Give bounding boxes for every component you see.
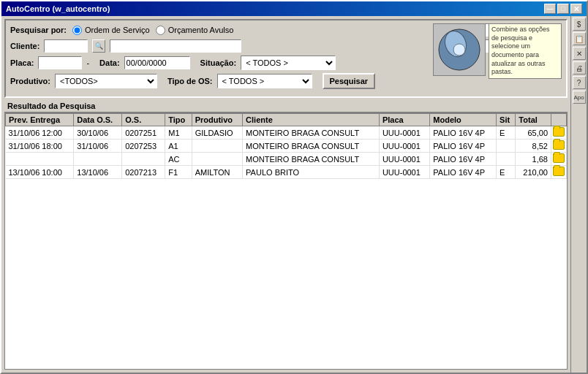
orcamento-avulso-label: Orçamento Avulso [168, 26, 234, 34]
placa-separator: - [86, 58, 89, 67]
table-cell: A1 [165, 140, 192, 153]
search-button[interactable]: Pesquisar [323, 73, 376, 89]
table-cell [497, 153, 516, 166]
table-cell: GILDASIO [192, 126, 242, 140]
col-placa: Placa [379, 114, 429, 126]
table-cell: UUU-0001 [379, 140, 429, 153]
table-cell: 31/10/06 [74, 140, 122, 153]
svg-point-2 [453, 44, 465, 56]
table-cell: 65,00 [516, 126, 551, 140]
folder-icon[interactable] [553, 140, 565, 150]
logo-area [433, 23, 486, 76]
folder-cell[interactable] [551, 140, 567, 153]
tipo-os-select[interactable]: < TODOS > [217, 74, 312, 88]
main-window: AutoCentro (w_autocentro) — □ ✕ Pesquisa… [0, 0, 588, 374]
col-total: Total [516, 114, 551, 126]
sidebar-btn-dollar[interactable]: $ [573, 18, 586, 31]
table-cell [192, 140, 242, 153]
sidebar-btn-apo[interactable]: Apo [573, 91, 586, 104]
placa-input-1[interactable] [38, 56, 82, 69]
folder-cell[interactable] [551, 166, 567, 179]
placa-label: Placa: [10, 58, 34, 67]
cliente-name-input[interactable] [110, 39, 241, 53]
logo-graphic [437, 28, 481, 72]
table-cell: 13/10/06 10:00 [6, 166, 74, 179]
sidebar-btn-clipboard[interactable]: 📋 [573, 32, 586, 45]
results-table-container[interactable]: Prev. Entrega Data O.S. O.S. Tipo Produt… [4, 112, 568, 370]
table-cell: 31/10/06 18:00 [6, 140, 74, 153]
table-cell: E [497, 126, 516, 140]
cliente-input[interactable] [44, 39, 88, 53]
folder-icon[interactable] [553, 127, 565, 137]
ordem-servico-label: Ordem de Serviço [85, 26, 150, 34]
tipo-os-label: Tipo de OS: [167, 77, 213, 85]
table-cell: 31/10/06 12:00 [6, 126, 74, 140]
table-cell: MONTEIRO BRAGA CONSULT [243, 140, 380, 153]
folder-icon[interactable] [553, 167, 565, 176]
lookup-icon: 🔍 [95, 42, 103, 50]
minimize-button[interactable]: — [544, 4, 556, 14]
maximize-button[interactable]: □ [557, 4, 569, 14]
hint-text: Combine as opções de pesquisa e selecion… [491, 26, 550, 75]
table-row[interactable]: 31/10/06 12:0030/10/060207251M1GILDASIOM… [6, 126, 567, 140]
table-row[interactable]: 13/10/06 10:0013/10/060207213F1AMILTONPA… [6, 166, 567, 179]
table-cell: PALIO 16V 4P [430, 153, 497, 166]
main-panel: Pesquisar por: Ordem de Serviço Orçament… [1, 16, 570, 373]
col-prev-entrega: Prev. Entrega [6, 114, 74, 126]
results-title: Resultado da Pesquisa [4, 100, 568, 112]
title-bar: AutoCentro (w_autocentro) — □ ✕ [1, 1, 587, 16]
folder-cell[interactable] [551, 153, 567, 166]
cliente-label: Cliente: [10, 42, 39, 50]
col-os: O.S. [122, 114, 165, 126]
table-cell [6, 153, 74, 166]
situacao-label: Situação: [200, 58, 237, 67]
table-cell: UUU-0001 [379, 153, 429, 166]
table-cell: 0207251 [122, 126, 165, 140]
radio-orcamento-avulso[interactable] [156, 26, 165, 35]
table-cell [497, 140, 516, 153]
table-cell [122, 153, 165, 166]
search-row-3: Placa: - Data: Situação: < TODOS > [10, 56, 562, 70]
hint-box: Combine as opções de pesquisa e selecion… [489, 23, 562, 79]
radio-group-orcamento: Orçamento Avulso [156, 26, 234, 35]
close-button[interactable]: ✕ [570, 4, 582, 14]
data-label: Data: [99, 58, 120, 67]
radio-ordem-servico[interactable] [72, 26, 82, 35]
sidebar-btn-close[interactable]: ✕ [573, 47, 586, 60]
table-cell: MONTEIRO BRAGA CONSULT [243, 153, 380, 166]
table-cell: 13/10/06 [74, 166, 122, 179]
table-cell: PALIO 16V 4P [430, 166, 497, 179]
table-cell: 8,52 [516, 140, 551, 153]
situacao-select[interactable]: < TODOS > [241, 56, 336, 70]
table-cell: PALIO 16V 4P [430, 126, 497, 140]
col-cliente: Cliente [243, 114, 380, 126]
right-sidebar: $ 📋 ✕ 🖨 ? Apo [570, 16, 587, 373]
table-cell: 210,00 [516, 166, 551, 179]
sidebar-btn-help[interactable]: ? [573, 76, 586, 89]
content-area: Pesquisar por: Ordem de Serviço Orçament… [1, 16, 587, 373]
folder-icon[interactable] [553, 153, 565, 163]
table-header: Prev. Entrega Data O.S. O.S. Tipo Produt… [6, 114, 567, 126]
col-modelo: Modelo [430, 114, 497, 126]
sidebar-btn-print[interactable]: 🖨 [573, 61, 586, 75]
table-cell: UUU-0001 [379, 166, 429, 179]
results-section: Resultado da Pesquisa Prev. Entrega Data… [4, 100, 568, 370]
table-cell [192, 153, 242, 166]
col-actions [551, 114, 567, 126]
table-cell: AMILTON [192, 166, 242, 179]
produtivo-label: Produtivo: [10, 77, 50, 85]
produtivo-select[interactable]: <TODOS> [55, 74, 157, 88]
table-cell: PALIO 16V 4P [430, 140, 497, 153]
table-cell: M1 [165, 126, 192, 140]
table-row[interactable]: ACMONTEIRO BRAGA CONSULTUUU-0001PALIO 16… [6, 153, 567, 166]
table-row[interactable]: 31/10/06 18:0031/10/060207253A1MONTEIRO … [6, 140, 567, 153]
col-tipo: Tipo [165, 114, 192, 126]
pesquisar-por-label: Pesquisar por: [10, 26, 67, 34]
window-title: AutoCentro (w_autocentro) [6, 4, 110, 13]
data-input[interactable] [124, 56, 190, 69]
col-data-os: Data O.S. [74, 114, 122, 126]
table-cell: 0207213 [122, 166, 165, 179]
folder-cell[interactable] [551, 126, 567, 140]
cliente-lookup-button[interactable]: 🔍 [92, 39, 105, 53]
table-cell: AC [165, 153, 192, 166]
